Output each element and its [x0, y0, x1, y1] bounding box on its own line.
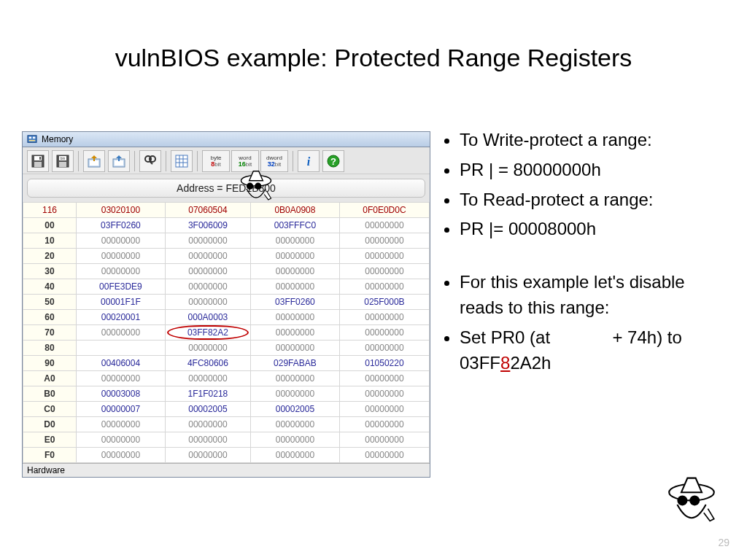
value-cell[interactable]: 00000000 [165, 341, 250, 356]
save-icon[interactable] [27, 150, 49, 172]
table-row[interactable]: D000000000000000000000000000000000 [23, 417, 430, 432]
value-cell[interactable]: 00000000 [77, 417, 166, 432]
offset-cell: 40 [23, 279, 77, 295]
value-cell[interactable]: 00000000 [165, 417, 250, 432]
value-cell[interactable]: 00000007 [77, 402, 166, 417]
value-cell[interactable]: 00000000 [165, 371, 250, 386]
value-cell[interactable]: 00000000 [77, 371, 166, 386]
value-cell[interactable]: 003FFFC0 [250, 218, 339, 233]
value-cell[interactable]: 00002005 [250, 402, 339, 417]
value-cell[interactable]: 00001F1F [77, 295, 166, 310]
table-row[interactable]: 80000000000000000000000000 [23, 341, 430, 356]
bullet-item: PR | = 80000000h [460, 158, 718, 183]
table-row[interactable]: B0000030081F1F02180000000000000000 [23, 386, 430, 402]
table-row[interactable]: 700000000003FF82A20000000000000000 [23, 325, 430, 341]
value-cell[interactable]: 00000000 [339, 341, 429, 356]
value-cell[interactable]: 00000000 [339, 386, 429, 402]
value-cell[interactable]: 1F1F0218 [165, 386, 250, 402]
table-row[interactable]: C000000007000020050000200500000000 [23, 402, 430, 417]
value-cell[interactable]: 00000000 [339, 432, 429, 448]
table-row[interactable]: 0003FF02603F006009003FFFC000000000 [23, 218, 430, 233]
value-cell[interactable]: 00000000 [339, 325, 429, 341]
window-titlebar[interactable]: Memory [23, 132, 430, 147]
value-cell[interactable]: 00002005 [165, 402, 250, 417]
value-cell[interactable]: 00000000 [250, 371, 339, 386]
value-cell[interactable]: 00000000 [250, 432, 339, 448]
value-cell[interactable]: 025F000B [339, 295, 429, 310]
table-row[interactable]: A000000000000000000000000000000000 [23, 371, 430, 386]
table-row[interactable]: 3000000000000000000000000000000000 [23, 264, 430, 279]
table-row[interactable]: 2000000000000000000000000000000000 [23, 249, 430, 264]
svg-rect-3 [29, 140, 36, 141]
value-cell[interactable]: 00000000 [339, 279, 429, 295]
value-cell[interactable]: 00000000 [250, 264, 339, 279]
table-row[interactable]: 5000001F1F0000000003FF0260025F000B [23, 295, 430, 310]
value-cell[interactable]: 00000000 [339, 402, 429, 417]
value-cell[interactable]: 00000000 [165, 279, 250, 295]
column-header: 0F0E0D0C [339, 203, 429, 218]
value-cell[interactable]: 00020001 [77, 310, 166, 325]
value-cell[interactable]: 00000000 [165, 264, 250, 279]
svg-point-31 [677, 495, 687, 505]
save-bin-icon[interactable]: bin [52, 150, 74, 172]
value-cell[interactable]: 00000000 [77, 264, 166, 279]
value-cell[interactable]: 00000000 [250, 249, 339, 264]
value-cell[interactable]: 00000000 [250, 310, 339, 325]
value-cell[interactable]: 00000000 [339, 264, 429, 279]
value-cell[interactable]: 00000000 [250, 448, 339, 463]
table-row[interactable]: F000000000000000000000000000000000 [23, 448, 430, 463]
value-cell[interactable]: 00000000 [77, 325, 166, 341]
offset-cell: 30 [23, 264, 77, 279]
table-row[interactable]: E000000000000000000000000000000000 [23, 432, 430, 448]
value-cell[interactable]: 03FF0260 [77, 218, 166, 233]
value-cell[interactable]: 00000000 [250, 386, 339, 402]
table-row[interactable]: 6000020001000A00030000000000000000 [23, 310, 430, 325]
value-cell[interactable]: 00000000 [339, 371, 429, 386]
spy-illustration [661, 474, 722, 535]
address-bar[interactable]: Address = FED1B800 [27, 179, 425, 198]
value-cell[interactable]: 00000000 [165, 233, 250, 249]
load-alt-icon[interactable] [108, 150, 130, 172]
address-bar-wrapper: Address = FED1B800 [23, 174, 430, 202]
value-cell[interactable]: 00000000 [339, 448, 429, 463]
value-cell[interactable]: 03FF0260 [250, 295, 339, 310]
find-icon[interactable] [139, 150, 161, 172]
value-cell[interactable]: 00000000 [250, 279, 339, 295]
value-cell[interactable]: 00000000 [165, 295, 250, 310]
help-icon[interactable]: ? [322, 150, 344, 172]
value-cell[interactable]: 00000000 [250, 325, 339, 341]
value-cell[interactable]: 00406004 [77, 356, 166, 371]
value-cell[interactable]: 00000000 [339, 218, 429, 233]
table-row[interactable]: 90004060044FC80606029FABAB01050220 [23, 356, 430, 371]
table-row[interactable]: 1000000000000000000000000000000000 [23, 233, 430, 249]
value-cell[interactable]: 00000000 [339, 233, 429, 249]
value-cell[interactable]: 00000000 [250, 233, 339, 249]
value-cell[interactable]: 00000000 [77, 249, 166, 264]
value-cell[interactable]: 00000000 [165, 448, 250, 463]
value-cell[interactable]: 00000000 [165, 432, 250, 448]
value-cell[interactable]: 3F006009 [165, 218, 250, 233]
value-cell[interactable]: 00000000 [165, 249, 250, 264]
value-cell[interactable]: 029FABAB [250, 356, 339, 371]
load-icon[interactable] [83, 150, 105, 172]
value-cell[interactable]: 4FC80606 [165, 356, 250, 371]
grid-view-icon[interactable] [171, 150, 193, 172]
value-cell-highlighted[interactable]: 03FF82A2 [165, 325, 250, 341]
table-row[interactable]: 4000FE3DE9000000000000000000000000 [23, 279, 430, 295]
value-cell[interactable]: 01050220 [339, 356, 429, 371]
toolbar-separator [78, 151, 79, 171]
value-cell[interactable]: 00000000 [339, 310, 429, 325]
value-cell[interactable]: 00000000 [250, 417, 339, 432]
value-cell[interactable]: 00000000 [339, 417, 429, 432]
size-byte-button[interactable]: byte8bit [202, 150, 230, 172]
value-cell[interactable]: 00000000 [77, 432, 166, 448]
info-icon[interactable]: i [298, 150, 320, 172]
value-cell[interactable]: 00000000 [250, 341, 339, 356]
value-cell[interactable]: 00000000 [339, 249, 429, 264]
value-cell[interactable]: 00003008 [77, 386, 166, 402]
value-cell[interactable] [77, 341, 166, 356]
value-cell[interactable]: 00FE3DE9 [77, 279, 166, 295]
value-cell[interactable]: 00000000 [77, 448, 166, 463]
value-cell[interactable]: 00000000 [77, 233, 166, 249]
value-cell[interactable]: 000A0003 [165, 310, 250, 325]
